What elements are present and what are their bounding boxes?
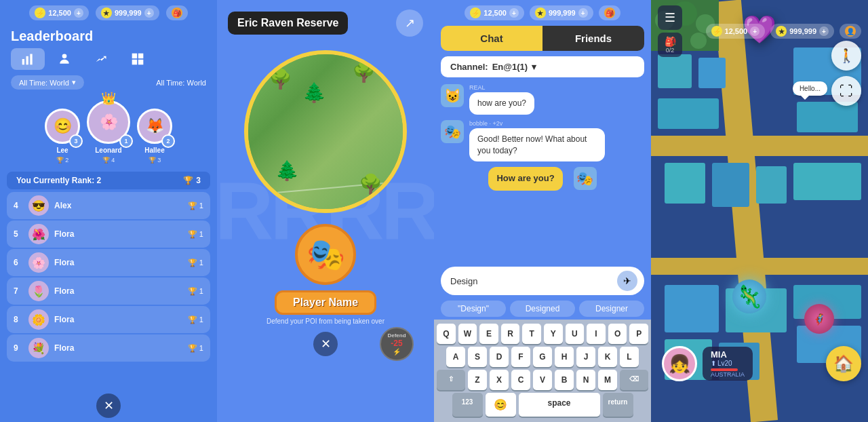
chevron-down-icon: ▾ bbox=[72, 78, 76, 87]
list-item[interactable]: 8 🌼 Flora 🏆 1 bbox=[7, 306, 210, 333]
tab-barchart[interactable] bbox=[11, 48, 45, 70]
map-lightning-plus[interactable]: + bbox=[750, 26, 760, 36]
key-L[interactable]: L bbox=[620, 347, 639, 367]
map-walk-button[interactable]: 🚶 bbox=[831, 41, 861, 71]
tab-person[interactable] bbox=[47, 48, 81, 70]
list-item[interactable]: 6 🌸 Flora 🏆 1 bbox=[7, 249, 210, 276]
suggested-bubble[interactable]: How are you? bbox=[488, 167, 562, 190]
poi-defend-badge[interactable]: Defend -25 ⚡ bbox=[380, 327, 414, 361]
filter-button[interactable]: All Time: World ▾ bbox=[11, 75, 84, 90]
key-backspace[interactable]: ⌫ bbox=[620, 370, 648, 390]
stars-plus-icon[interactable]: + bbox=[144, 8, 154, 18]
key-C[interactable]: C bbox=[511, 370, 530, 390]
key-X[interactable]: X bbox=[490, 370, 509, 390]
chat-channel-bar[interactable]: Channel: En@1(1) ▾ bbox=[441, 56, 644, 77]
key-123[interactable]: 123 bbox=[452, 393, 483, 417]
top3-item-2[interactable]: 🦊 2 Hallee 🏆 3 bbox=[137, 109, 172, 164]
suggestion-1[interactable]: "Design" bbox=[441, 301, 506, 317]
map-stars-currency[interactable]: ★ 999,999 + bbox=[770, 24, 834, 39]
key-Q[interactable]: Q bbox=[437, 324, 456, 344]
top3-item-3[interactable]: 😊 3 Lee 🏆 2 bbox=[45, 109, 80, 164]
map-bag-currency[interactable]: 👤 bbox=[840, 24, 861, 39]
map-stars-plus[interactable]: + bbox=[819, 26, 829, 36]
you-rank-text: You Currently Rank: 2 bbox=[16, 176, 101, 185]
key-M[interactable]: M bbox=[598, 370, 617, 390]
key-R[interactable]: R bbox=[501, 324, 520, 344]
key-return[interactable]: return bbox=[603, 393, 633, 417]
rank-badge-1: 1 bbox=[119, 134, 133, 148]
list-item[interactable]: 4 😎 Alex 🏆 1 bbox=[7, 192, 210, 219]
key-T[interactable]: T bbox=[522, 324, 541, 344]
key-P[interactable]: P bbox=[629, 324, 648, 344]
list-item[interactable]: 7 🌷 Flora 🏆 1 bbox=[7, 277, 210, 305]
avatar-flora5: 🌺 bbox=[28, 224, 49, 244]
key-B[interactable]: B bbox=[555, 370, 574, 390]
svg-rect-14 bbox=[665, 163, 705, 204]
map-panel: ☰ 🎒 0/2 ⚡ 12,500 + ★ 999,999 + 👤 🚶 ⛶ bbox=[651, 0, 868, 422]
player-score-hallee: 🏆 3 bbox=[149, 157, 161, 164]
key-J[interactable]: J bbox=[576, 347, 595, 367]
chat-lightning-currency[interactable]: ⚡ 12,500 + bbox=[465, 5, 524, 20]
tab-grid[interactable] bbox=[121, 48, 155, 70]
list-item[interactable]: 5 🌺 Flora 🏆 1 bbox=[7, 220, 210, 248]
tab-trending[interactable] bbox=[84, 48, 118, 70]
key-G[interactable]: G bbox=[533, 347, 552, 367]
poi-share-button[interactable]: ↗ bbox=[396, 9, 423, 37]
map-home-button[interactable]: 🏠 bbox=[826, 346, 861, 381]
key-O[interactable]: O bbox=[608, 324, 627, 344]
key-emoji[interactable]: 😊 bbox=[486, 393, 516, 417]
chat-lightning-plus[interactable]: + bbox=[509, 8, 519, 18]
chat-top-bar: ⚡ 12,500 + ★ 999,999 + 🎒 bbox=[434, 0, 651, 26]
key-V[interactable]: V bbox=[533, 370, 552, 390]
channel-label: Channel: bbox=[450, 62, 488, 72]
defend-label: Defend bbox=[387, 332, 406, 339]
chat-stars-plus[interactable]: + bbox=[578, 8, 588, 18]
lightning-plus-icon[interactable]: + bbox=[74, 8, 83, 18]
svg-rect-6 bbox=[132, 60, 138, 65]
stars-currency[interactable]: ★ 999,999 + bbox=[96, 5, 159, 20]
tab-chat[interactable]: Chat bbox=[441, 26, 542, 51]
key-F[interactable]: F bbox=[511, 347, 530, 367]
rank-badge-2: 2 bbox=[161, 134, 175, 148]
map-zoom-button[interactable]: ⛶ bbox=[831, 76, 861, 106]
backpack-icon: 🎒 bbox=[665, 36, 676, 47]
map-lightning-currency[interactable]: ⚡ 12,500 + bbox=[706, 24, 766, 39]
chat-messages: 😺 REAL how are you? 🎭 bobble · +2v Good!… bbox=[434, 81, 651, 263]
key-shift[interactable]: ⇧ bbox=[437, 370, 465, 390]
key-S[interactable]: S bbox=[468, 347, 487, 367]
lightning-currency[interactable]: ⚡ 12,500 + bbox=[29, 5, 89, 20]
chat-stars-currency[interactable]: ★ 999,999 + bbox=[530, 5, 593, 20]
key-I[interactable]: I bbox=[587, 324, 606, 344]
close-button[interactable]: ✕ bbox=[96, 394, 121, 418]
suggestion-2[interactable]: Designed bbox=[510, 301, 575, 317]
key-U[interactable]: U bbox=[566, 324, 585, 344]
map-player-name: MIA bbox=[711, 349, 745, 360]
key-W[interactable]: W bbox=[458, 324, 477, 344]
map-lightning-amount: 12,500 bbox=[725, 27, 748, 35]
top3-item-1[interactable]: 👑 🌸 1 Leonard 🏆 4 bbox=[87, 100, 130, 164]
key-space[interactable]: space bbox=[519, 393, 600, 417]
level-icon: ⬆ bbox=[711, 360, 716, 367]
you-score-value: 3 bbox=[196, 176, 201, 185]
tab-friends[interactable]: Friends bbox=[542, 26, 644, 51]
key-E[interactable]: E bbox=[479, 324, 498, 344]
key-Y[interactable]: Y bbox=[544, 324, 563, 344]
list-item[interactable]: 9 💐 Flora 🏆 1 bbox=[7, 334, 210, 362]
svg-rect-4 bbox=[132, 54, 138, 59]
chat-tabs: Chat Friends bbox=[441, 26, 644, 51]
suggested-message[interactable]: How are you? 🎭 bbox=[441, 167, 644, 190]
bag-currency[interactable]: 🎒 bbox=[166, 5, 188, 20]
key-D[interactable]: D bbox=[490, 347, 509, 367]
suggestion-3[interactable]: Designer bbox=[579, 301, 644, 317]
key-Z[interactable]: Z bbox=[468, 370, 487, 390]
map-backpack-button[interactable]: 🎒 0/2 bbox=[658, 33, 682, 57]
key-N[interactable]: N bbox=[576, 370, 595, 390]
key-K[interactable]: K bbox=[598, 347, 617, 367]
chat-bag-currency[interactable]: 🎒 bbox=[599, 5, 620, 20]
key-H[interactable]: H bbox=[555, 347, 574, 367]
map-menu-button[interactable]: ☰ bbox=[658, 5, 682, 30]
chat-input[interactable]: Design bbox=[450, 276, 612, 286]
send-button[interactable]: ✈ bbox=[617, 271, 637, 291]
poi-close-button[interactable]: ✕ bbox=[313, 332, 338, 356]
key-A[interactable]: A bbox=[446, 347, 465, 367]
